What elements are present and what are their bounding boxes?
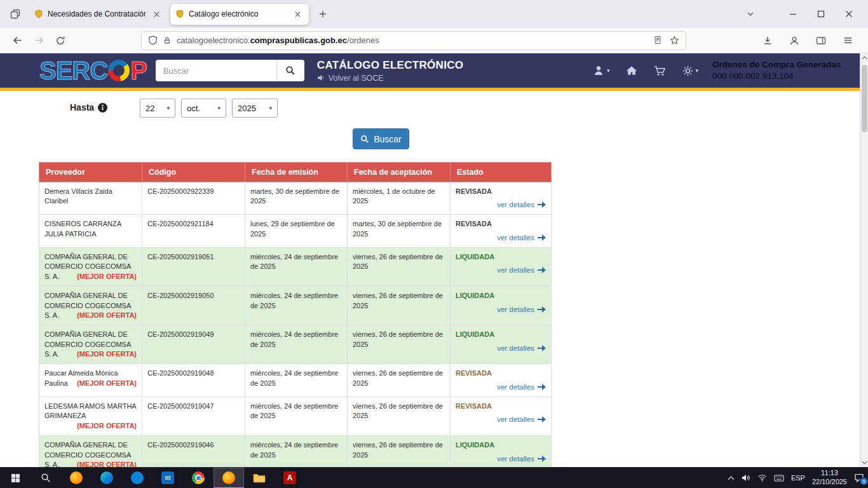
chevron-down-icon: ▾ <box>695 67 698 74</box>
arrow-right-icon <box>538 345 546 351</box>
day-select[interactable]: 22▾ <box>140 98 175 118</box>
home-icon[interactable] <box>626 65 637 76</box>
mejor-oferta-label: (MEJOR OFERTA) <box>77 421 137 431</box>
arrow-right-icon <box>538 384 546 390</box>
back-button[interactable] <box>6 31 28 50</box>
keyboard-icon[interactable] <box>774 475 784 482</box>
column-header-proveedor: Proveedor <box>39 163 142 182</box>
clock[interactable]: 11:13 22/10/2025 <box>812 469 847 487</box>
ver-detalles-link[interactable]: ver detalles <box>456 343 546 353</box>
mejor-oferta-label: (MEJOR OFERTA) <box>77 460 137 467</box>
date-filter-row: Hasta 22▾ oct.▾ 2025▾ <box>0 98 868 119</box>
bookmark-star-icon[interactable] <box>670 36 679 45</box>
table-row: Demera Villacis Zaida Claribel CE-202500… <box>39 182 552 215</box>
year-select[interactable]: 2025▾ <box>232 98 278 118</box>
tab-favicon <box>34 10 43 18</box>
volver-al-soce-link[interactable]: Volver al SOCE <box>317 74 463 83</box>
tab-close-icon[interactable] <box>150 8 163 20</box>
settings-gear-icon[interactable]: ▾ <box>682 65 698 76</box>
tab-close-icon[interactable] <box>291 8 304 20</box>
file-explorer-icon[interactable] <box>244 468 275 488</box>
page-scrollbar[interactable] <box>860 53 868 467</box>
ver-detalles-link[interactable]: ver detalles <box>456 200 546 210</box>
estado-badge: LIQUIDADA <box>456 330 546 339</box>
firefox-active-icon[interactable] <box>214 468 244 488</box>
search-input[interactable] <box>156 60 276 81</box>
reader-mode-icon[interactable] <box>653 36 662 45</box>
hidden-icons-chevron[interactable] <box>728 476 735 480</box>
column-header-fecha-emision: Fecha de emisión <box>245 163 348 182</box>
list-all-tabs-icon[interactable] <box>740 5 761 23</box>
tab-favicon <box>175 10 184 18</box>
sidebar-icon[interactable] <box>811 31 831 50</box>
firefox-view-icon[interactable] <box>5 4 25 24</box>
taskbar-search-icon[interactable] <box>31 468 61 488</box>
volver-icon <box>317 74 325 81</box>
tracking-protection-shield-icon[interactable] <box>148 36 158 45</box>
codigo-cell: CE-20250002919047 <box>142 396 245 435</box>
acrobat-icon[interactable]: A <box>275 468 305 488</box>
cart-icon[interactable] <box>654 65 666 76</box>
skype-icon[interactable] <box>122 468 153 488</box>
edge-icon[interactable] <box>92 468 122 488</box>
notification-center-icon[interactable]: 5 <box>854 473 864 482</box>
arrow-right-icon <box>538 267 546 273</box>
search-button[interactable] <box>276 60 304 81</box>
account-icon[interactable] <box>784 31 804 50</box>
reload-button[interactable] <box>50 31 71 50</box>
url-text: catalogoelectronico.compraspublicas.gob.… <box>177 36 379 45</box>
ver-detalles-link[interactable]: ver detalles <box>456 454 546 464</box>
lock-icon[interactable] <box>163 36 172 45</box>
chevron-down-icon: ▾ <box>607 67 610 74</box>
windows-taskbar: ✉ A ESP 11:13 22/10/2025 <box>0 467 868 488</box>
tab-catalogo[interactable]: Catálogo electrónico <box>170 4 309 25</box>
clock-date: 22/10/2025 <box>812 478 847 487</box>
minimize-button[interactable] <box>779 3 807 25</box>
maximize-button[interactable] <box>807 3 835 25</box>
scroll-up-icon[interactable] <box>862 53 867 62</box>
ver-detalles-link[interactable]: ver detalles <box>456 233 546 243</box>
start-button[interactable] <box>0 468 31 488</box>
ver-detalles-link[interactable]: ver detalles <box>456 414 546 424</box>
site-title: CATÁLOGO ELECTRÓNICO <box>317 59 463 72</box>
buscar-button[interactable]: Buscar <box>353 128 409 149</box>
month-select[interactable]: oct.▾ <box>181 98 226 118</box>
ver-detalles-link[interactable]: ver detalles <box>456 304 546 315</box>
info-icon[interactable] <box>98 103 107 112</box>
orders-code: 000.000.002.913.104 <box>712 71 849 82</box>
table-row: COMPAÑIA GENERAL DE COMERCIO COGECOMSA S… <box>39 247 552 286</box>
url-bar[interactable]: catalogoelectronico.compraspublicas.gob.… <box>141 31 686 50</box>
sercop-logo[interactable]: SERCP <box>39 53 147 88</box>
ver-detalles-link[interactable]: ver detalles <box>456 382 546 392</box>
mejor-oferta-label: (MEJOR OFERTA) <box>77 272 137 281</box>
volume-icon[interactable] <box>742 474 750 482</box>
url-subdomain: catalogoelectronico. <box>177 36 250 45</box>
network-icon[interactable] <box>757 474 767 482</box>
tab-necesidades[interactable]: Necesidades de Contratación y <box>29 4 168 25</box>
chrome-icon[interactable] <box>183 468 214 488</box>
firefox-icon[interactable] <box>61 468 92 488</box>
browser-tab-bar: Necesidades de Contratación y Catálogo e… <box>0 0 868 28</box>
close-window-button[interactable] <box>835 3 863 25</box>
system-tray: ESP 11:13 22/10/2025 5 <box>728 469 868 487</box>
menu-icon[interactable] <box>837 31 858 50</box>
downloads-icon[interactable] <box>757 31 778 50</box>
tab-title: Catálogo electrónico <box>189 10 287 18</box>
orders-title: Ordenes de Compra Generadas <box>712 59 849 71</box>
codigo-cell: CE-20250002922339 <box>142 182 245 215</box>
new-tab-button[interactable] <box>314 5 332 23</box>
table-row: COMPAÑIA GENERAL DE COMERCIO COGECOMSA S… <box>39 325 552 364</box>
estado-badge: REVISADA <box>456 219 546 229</box>
tab-title: Necesidades de Contratación y <box>48 10 146 18</box>
table-header-row: Proveedor Código Fecha de emisión Fecha … <box>39 163 552 182</box>
codigo-cell: CE-20250002919049 <box>142 325 245 364</box>
scrollbar-thumb[interactable] <box>862 65 867 132</box>
scroll-down-icon[interactable] <box>862 458 867 467</box>
outlook-icon[interactable]: ✉ <box>153 468 183 488</box>
ver-detalles-link[interactable]: ver detalles <box>456 265 546 275</box>
fecha-emision-cell: miércoles, 24 de septiembre de 2025 <box>245 364 348 396</box>
user-menu-icon[interactable]: ▾ <box>593 65 610 76</box>
language-indicator[interactable]: ESP <box>791 474 805 482</box>
mejor-oferta-label: (MEJOR OFERTA) <box>77 349 137 359</box>
forward-button[interactable] <box>28 31 50 50</box>
